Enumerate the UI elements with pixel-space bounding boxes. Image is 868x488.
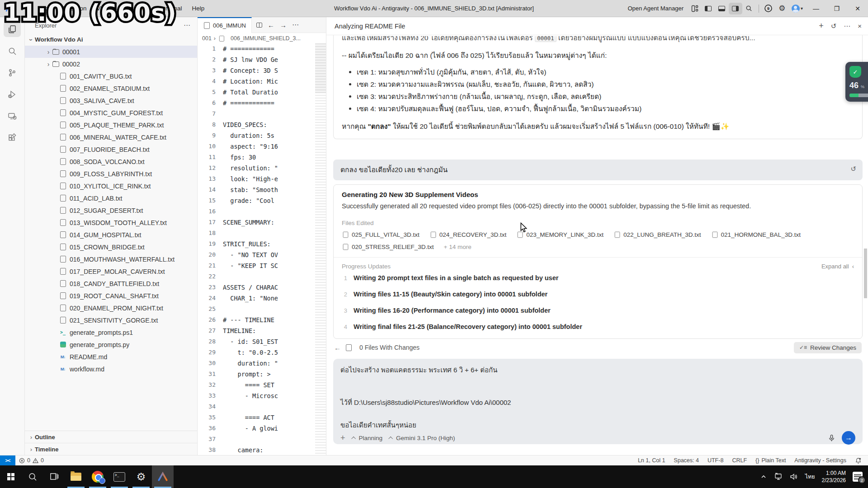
input-line-3[interactable]: ขอไอเดียคำเทศสั้นๆหน่อย xyxy=(340,419,855,431)
explorer-more-actions-icon[interactable]: ⋯ xyxy=(184,21,191,29)
microphone-icon[interactable] xyxy=(828,434,835,442)
progress-item[interactable]: 2 Writing files 11-15 (Beauty/Skin categ… xyxy=(342,286,854,302)
tree-item[interactable]: 004_MYSTIC_GUM_FOREST.txt xyxy=(25,107,197,119)
tree-item[interactable]: 005_PLAQUE_THEME_PARK.txt xyxy=(25,119,197,131)
cursor-position[interactable]: Ln 1, Col 1 xyxy=(638,457,665,464)
tab-006-immune[interactable]: 006_IMMUN xyxy=(198,17,252,33)
toggle-left-panel-icon[interactable] xyxy=(702,3,715,14)
breadcrumb-file[interactable]: 006_IMMUNE_SHIELD_3... xyxy=(231,35,301,42)
code-editor[interactable]: 1 # ============ 2 # SJ lnw VDO Ge 3 # C… xyxy=(198,43,326,455)
tree-item[interactable]: 012_SUGAR_DESERT.txt xyxy=(25,204,197,216)
open-agent-manager-button[interactable]: Open Agent Manager xyxy=(627,5,684,12)
terminal-icon[interactable]: >_ xyxy=(108,465,130,488)
antigravity-app-icon[interactable] xyxy=(152,465,174,488)
tree-item[interactable]: › 00001 xyxy=(25,46,197,58)
progress-item[interactable]: 1 Writing 20 prompt text files in a sing… xyxy=(342,270,854,286)
remote-indicator[interactable]: >< xyxy=(0,455,15,465)
problems-summary[interactable]: 0 0 xyxy=(15,457,44,464)
eol-sequence[interactable]: CRLF xyxy=(732,457,747,464)
history-icon[interactable]: ↺ xyxy=(831,22,837,30)
planning-mode-dropdown[interactable]: Planning xyxy=(353,435,383,441)
remote-explorer-icon[interactable] xyxy=(4,108,21,124)
chrome-icon[interactable] xyxy=(87,465,108,488)
panel-close-icon[interactable]: × xyxy=(858,22,862,30)
tree-item[interactable]: 002_ENAMEL_STADIUM.txt xyxy=(25,82,197,94)
notification-center-icon[interactable]: 2 xyxy=(853,472,863,482)
tree-item[interactable]: 020_ENAMEL_PROM_NIGHT.txt xyxy=(25,302,197,314)
tree-item[interactable]: 009_FLOSS_LABYRINTH.txt xyxy=(25,168,197,180)
search-icon[interactable] xyxy=(742,3,756,14)
tree-item[interactable]: 021_SENSITIVITY_GORGE.txt xyxy=(25,314,197,326)
menu-edit[interactable]: Edit xyxy=(37,3,56,14)
toggle-bottom-panel-icon[interactable] xyxy=(715,3,729,14)
avatar-chevron-down-icon[interactable]: ▾ xyxy=(801,6,803,11)
tree-item[interactable]: generate_prompts.ps1 xyxy=(25,326,197,338)
menu-run[interactable]: Run xyxy=(134,3,153,14)
chat-input[interactable]: ต่อไปจะสร้าง พอตแคตธรรมะ พระเทศ 6 วิ + 6… xyxy=(333,359,863,444)
more-files-label[interactable]: + 14 more xyxy=(444,244,472,250)
tree-item[interactable]: generate_prompts.py xyxy=(25,338,197,351)
tree-item[interactable]: workflow.md xyxy=(25,363,197,375)
file-explorer-icon[interactable] xyxy=(65,465,87,488)
review-changes-button[interactable]: ✓≡ Review Changes xyxy=(794,342,862,353)
input-line-1[interactable]: ต่อไปจะสร้าง พอตแคตธรรมะ พระเทศ 6 วิ + 6… xyxy=(340,364,855,376)
navigate-forward-icon[interactable]: → xyxy=(280,21,287,29)
progress-item[interactable]: 4 Writing final files 21-25 (Balance/Rec… xyxy=(342,319,854,335)
language-mode[interactable]: {} Plain Text xyxy=(755,457,786,464)
panel-more-icon[interactable]: ⋯ xyxy=(844,22,850,30)
menu-file[interactable]: File xyxy=(17,3,35,14)
extensions-icon[interactable] xyxy=(4,130,21,145)
hidden-icons-chevron[interactable] xyxy=(760,474,767,480)
edited-file-chip[interactable]: 022_LUNG_BREATH_3D.txt xyxy=(613,231,701,238)
tree-item[interactable]: 016_MOUTHWASH_WATERFALL.txt xyxy=(25,253,197,265)
expand-all-button[interactable]: Expand all ‹ xyxy=(821,263,854,270)
agent-manager-icon[interactable] xyxy=(688,3,702,14)
minimap[interactable] xyxy=(315,43,326,455)
antivirus-widget[interactable]: ✓ 46 % xyxy=(845,62,868,102)
volume-icon[interactable] xyxy=(789,473,798,481)
navigate-back-icon[interactable]: ← xyxy=(268,21,274,29)
indentation[interactable]: Spaces: 4 xyxy=(674,457,699,464)
menu-help[interactable]: Help xyxy=(188,3,208,14)
tree-item[interactable]: 019_ROOT_CANAL_SHAFT.txt xyxy=(25,290,197,302)
start-button[interactable] xyxy=(0,465,22,488)
edited-file-chip[interactable]: 024_RECOVERY_3D.txt xyxy=(429,231,506,238)
tree-item[interactable]: › 00002 xyxy=(25,58,197,70)
editor-more-actions-icon[interactable]: ⋯ xyxy=(292,21,299,29)
tree-item[interactable]: 018_CANDY_BATTLEFIELD.txt xyxy=(25,277,197,290)
gear-icon[interactable]: ⚙ xyxy=(775,3,789,14)
tree-item[interactable]: 006_MINERAL_WATER_CAFE.txt xyxy=(25,131,197,143)
panel-scrollbar[interactable] xyxy=(864,249,867,298)
tree-item[interactable]: 010_XYLITOL_ICE_RINK.txt xyxy=(25,180,197,192)
encoding[interactable]: UTF-8 xyxy=(708,457,723,464)
search-sidebar-icon[interactable] xyxy=(4,43,21,59)
menu-terminal[interactable]: Terminal xyxy=(155,3,186,14)
chat-scroll-area[interactable]: และเพื่อให้ผมสร้างไฟล์ทั้ง 20 ไอเดียที่ค… xyxy=(326,35,868,455)
close-button[interactable]: ✕ xyxy=(847,0,868,17)
input-line-2[interactable]: ไว้ที่ D:\Users\sj88studio\Pictures\Work… xyxy=(340,397,855,408)
arrow-left-icon[interactable]: ← xyxy=(334,344,341,352)
tree-item[interactable]: 011_ACID_LAB.txt xyxy=(25,192,197,204)
settings-gear-icon[interactable]: ⚙ xyxy=(130,465,152,488)
tree-item[interactable]: 001_CAVITY_BUG.txt xyxy=(25,70,197,82)
taskbar-search-icon[interactable] xyxy=(22,465,43,488)
menu-selection[interactable]: Selection xyxy=(57,3,91,14)
restore-checkpoint-icon[interactable]: ↺ xyxy=(850,163,856,175)
new-conversation-icon[interactable]: + xyxy=(819,21,824,31)
tree-item[interactable]: 017_DEEP_MOLAR_CAVERN.txt xyxy=(25,265,197,277)
tree-item[interactable]: 003_SALIVA_CAVE.txt xyxy=(25,94,197,107)
edited-file-chip[interactable]: 021_HORMONE_BAL_3D.txt xyxy=(711,231,801,238)
toggle-right-panel-icon[interactable] xyxy=(729,3,742,14)
breadcrumb[interactable]: 001 › 006_IMMUNE_SHIELD_3... xyxy=(198,33,326,43)
tree-item[interactable]: README.md xyxy=(25,351,197,363)
breadcrumb-folder[interactable]: 001 xyxy=(202,35,212,42)
edited-file-chip[interactable]: 023_MEMORY_LINK_3D.txt xyxy=(516,231,604,238)
timeline-section[interactable]: › Timeline xyxy=(25,443,197,455)
split-editor-icon[interactable] xyxy=(256,23,262,28)
task-view-icon[interactable] xyxy=(43,465,65,488)
tree-item[interactable]: 007_FLUORIDE_BEACH.txt xyxy=(25,143,197,155)
network-icon[interactable] xyxy=(774,473,783,481)
minimize-button[interactable]: — xyxy=(806,0,826,17)
tree-item[interactable]: 015_CROWN_BRIDGE.txt xyxy=(25,241,197,253)
edited-file-chip[interactable]: 025_FULL_VITAL_3D.txt xyxy=(342,231,420,238)
